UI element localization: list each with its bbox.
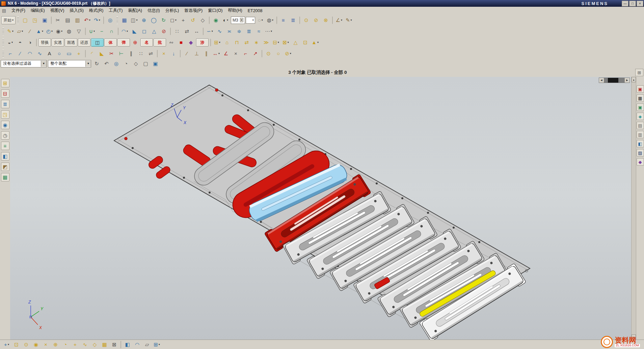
manufacturing-wizard-icon[interactable]: ◧ [1,152,9,161]
sew-icon[interactable]: ≈ [254,27,263,36]
paste-icon[interactable]: ▥ [73,16,82,25]
existing-point-icon[interactable]: + [71,340,80,349]
menu-format[interactable]: 格式(R) [86,7,106,14]
thicken-icon[interactable]: ≣ [244,27,253,36]
part-families-icon[interactable]: ⊡ [301,38,310,47]
arrow-tool-icon[interactable]: ↗ [251,49,260,58]
chevron-down-icon[interactable]: ▼ [41,61,46,67]
select-region-icon[interactable]: ◎ [112,59,121,68]
mirror-curve-icon[interactable]: ⇌ [146,49,155,58]
chevron-down-icon[interactable]: ▼ [85,61,91,67]
pattern-curve-icon[interactable]: ∷ [136,49,145,58]
check-mate-icon[interactable]: ▣ [637,104,644,111]
shaded-select-icon[interactable]: ◔ [122,59,131,68]
wave-geometry-icon[interactable]: △ [291,38,300,47]
spline-icon[interactable]: ∿ [35,49,44,58]
solid-face-icon[interactable]: ◧ [123,340,132,349]
menu-preferences[interactable]: 首选项(P) [182,7,205,14]
more-features-icon[interactable]: ⋯ [264,27,273,36]
micro-positioning-icon[interactable]: ⊞ [152,340,161,349]
scroll-left-icon[interactable]: ◀ [599,78,604,83]
highlight-toggle-button[interactable]: ◫ [91,38,104,47]
draft-icon[interactable]: △ [150,27,159,36]
open-file-icon[interactable]: ◳ [30,16,39,25]
swept-icon[interactable]: ∽ [205,27,214,36]
ruled-surface-icon[interactable]: ≍ [225,27,234,36]
datum-select-icon[interactable]: ▱ [142,340,152,349]
scroll-up-icon[interactable]: ▲ [632,77,636,82]
angle-dimension-icon[interactable]: ∠ [221,49,231,58]
immediate-hide-icon[interactable]: ◓ [16,38,25,47]
move-component-icon[interactable]: ⌂ [222,38,232,47]
intersection-point-icon[interactable]: × [159,49,168,58]
quick-extend-icon[interactable]: ⊢ [117,49,126,58]
new-file-icon[interactable]: ▢ [21,16,30,25]
graphics-window[interactable]: Y X Z Z Y X ◀ ▶ [10,77,631,340]
pocket-icon[interactable]: ▽ [74,27,83,36]
command-finder-icon[interactable]: ◎ [106,16,115,25]
background-color-swatch[interactable] [246,17,255,24]
rotate-view-icon[interactable]: ↺ [188,16,197,25]
rapid-dimension-icon[interactable]: ↔ [212,49,221,58]
shell-icon[interactable]: ◻ [140,27,149,36]
point-icon[interactable]: + [74,49,83,58]
quick-trim-icon[interactable]: ✂ [107,49,116,58]
circle-icon[interactable]: ○ [274,49,283,58]
purple-gem-icon[interactable]: ◆ [186,38,195,47]
point-on-curve-icon[interactable]: ∿ [80,340,89,349]
redo-icon[interactable]: ↷ [92,16,102,25]
unite-icon[interactable]: ∪ [87,27,97,36]
snap-mid-icon[interactable]: ⊘ [312,16,321,25]
menu-edit[interactable]: 编辑(E) [28,7,48,14]
annotation-icon[interactable]: ✎ [344,16,353,25]
chamfer-icon[interactable]: ◣ [130,27,139,36]
mid-point-icon[interactable]: ⊙ [22,340,31,349]
invert-shown-icon[interactable]: ◑ [25,38,34,47]
trim-body-icon[interactable]: ⊘ [159,27,168,36]
motion-icon[interactable]: ◆ [637,158,644,166]
part-module-icon[interactable]: ◧ [637,140,644,147]
view-style-combo[interactable]: M3 [231,17,245,24]
menu-insert[interactable]: 插入(S) [67,7,86,14]
boss-icon[interactable]: ◍ [64,27,74,36]
horizontal-scrollbar[interactable]: ◀ ▶ [599,78,630,83]
perspective-icon[interactable]: ◇ [198,16,207,25]
restore-display-button[interactable]: 还原 [78,38,90,47]
snap-options-icon[interactable]: ↻ [92,59,101,68]
move-object-icon[interactable]: ↔ [192,27,201,36]
visual-reports-icon[interactable]: ▥ [637,131,644,138]
add-component-icon[interactable]: ⊞ [213,38,222,47]
wireframe-icon[interactable]: ◌ [256,16,265,25]
chamfer-curve-icon[interactable]: ◣ [97,49,106,58]
arrangements-icon[interactable]: ⊟ [271,38,280,47]
scroll-right-icon[interactable]: ▶ [624,78,629,83]
profile-icon[interactable]: ⌐ [6,49,15,58]
corner-icon[interactable]: ⌐ [241,49,250,58]
minimize-button[interactable]: — [622,1,628,6]
undo-icon[interactable]: ↶ [83,16,92,25]
system-scene-icon[interactable]: ▦ [1,173,9,181]
menu-view[interactable]: 视图(V) [48,7,67,14]
assembly-navigator-icon[interactable]: ⊞ [1,79,9,87]
scrollbar-thumb[interactable] [608,78,618,83]
web-browser-icon[interactable]: ◉ [1,121,9,129]
pmi-icon[interactable]: ▤ [637,122,644,129]
red-cube-icon[interactable]: ■ [177,38,186,47]
face-filter-icon[interactable]: ◇ [131,59,140,68]
parallel-constraint-icon[interactable]: ∥ [202,49,211,58]
fit-view-icon[interactable]: ◻ [169,16,178,25]
drafting-icon[interactable]: ▨ [637,149,644,156]
interference-button[interactable]: 涉 [196,38,209,47]
layer-settings-icon[interactable]: ≡ [279,16,288,25]
mirror-assembly-icon[interactable]: ⇄ [242,38,251,47]
mirror-feature-icon[interactable]: ⇄ [182,27,191,36]
menu-window[interactable]: 窗口(O) [205,7,225,14]
snap-end-icon[interactable]: ⊗ [321,16,330,25]
subtract-icon[interactable]: − [97,27,106,36]
cross-mark-icon[interactable]: × [231,49,240,58]
pattern-feature-icon[interactable]: ∷ [172,27,182,36]
sequence-icon[interactable]: ≫ [262,38,271,47]
display-grid-icon[interactable]: ▦ [120,16,129,25]
history-icon[interactable]: ◷ [1,131,9,140]
process-studio-icon[interactable]: ≡ [1,142,9,150]
